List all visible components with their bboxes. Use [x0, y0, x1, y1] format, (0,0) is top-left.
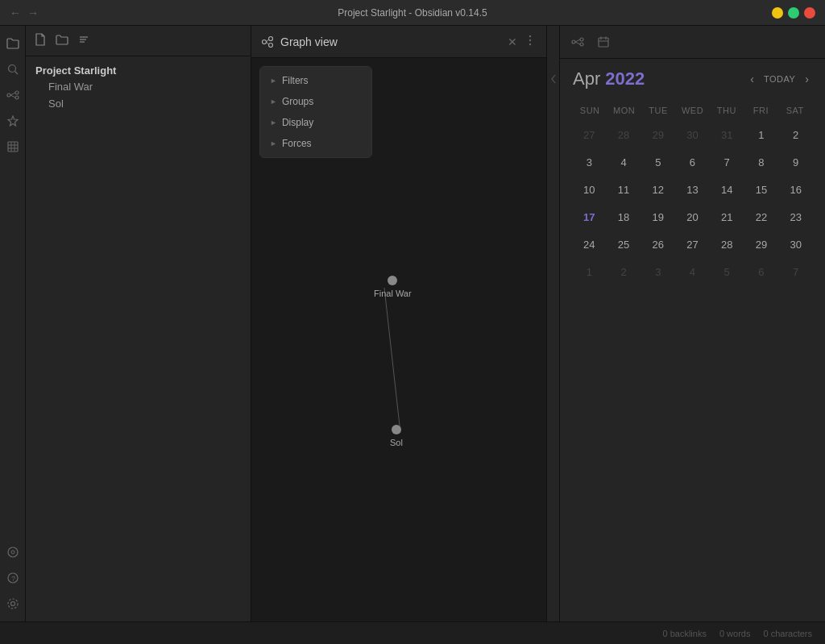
calendar-day[interactable]: 13 — [679, 177, 705, 202]
ribbon-star-icon[interactable] — [2, 110, 24, 132]
forward-arrow[interactable]: → — [27, 6, 39, 19]
back-arrow[interactable]: ← — [10, 6, 21, 19]
calendar-day[interactable]: 5 — [714, 259, 740, 285]
calendar-day[interactable]: 30 — [783, 231, 809, 257]
calendar-day[interactable]: 11 — [611, 177, 636, 202]
calendar-day[interactable]: 22 — [748, 204, 774, 230]
display-triangle: ► — [270, 118, 277, 127]
right-panel-graph-icon[interactable] — [566, 31, 589, 53]
svg-line-1 — [15, 72, 18, 75]
calendar-weekdays: SUN MON TUE WED THU FRI SAT — [573, 102, 812, 118]
calendar-day[interactable]: 14 — [714, 177, 740, 202]
new-folder-icon[interactable] — [53, 32, 71, 50]
calendar-day[interactable]: 1 — [576, 259, 602, 285]
calendar-day[interactable]: 31 — [714, 122, 740, 147]
file-tree-item[interactable]: Sol — [26, 95, 251, 112]
display-control[interactable]: ► Display — [260, 112, 371, 133]
filters-label: Filters — [282, 75, 309, 86]
calendar-day[interactable]: 29 — [748, 231, 774, 257]
calendar-day[interactable]: 1 — [748, 122, 774, 147]
calendar-day[interactable]: 2 — [783, 122, 809, 147]
graph-node-sol[interactable]: Sol — [390, 425, 403, 447]
minimize-button[interactable]: – — [772, 7, 783, 19]
expand-icon — [550, 74, 557, 84]
ribbon: ? — [0, 26, 26, 621]
new-file-icon[interactable] — [32, 31, 48, 51]
calendar-month: Apr — [573, 69, 600, 89]
ribbon-search-icon[interactable] — [2, 58, 24, 81]
status-bar: 0 backlinks 0 words 0 characters — [0, 621, 825, 644]
calendar-day[interactable]: 26 — [645, 231, 671, 257]
groups-triangle: ► — [270, 98, 277, 106]
file-tree-root: Project Starlight — [26, 63, 251, 78]
groups-control[interactable]: ► Groups — [260, 91, 371, 112]
calendar-day[interactable]: 16 — [783, 177, 809, 202]
svg-point-0 — [8, 65, 15, 73]
calendar-day[interactable]: 2 — [611, 259, 636, 285]
graph-node-finalwar[interactable]: Final War — [374, 276, 412, 298]
svg-point-28 — [529, 39, 531, 41]
calendar-prev-btn[interactable]: ‹ — [747, 71, 757, 87]
filters-triangle: ► — [270, 77, 277, 85]
calendar-day[interactable]: 9 — [783, 149, 809, 175]
calendar-day[interactable]: 6 — [679, 149, 705, 175]
calendar-day[interactable]: 3 — [645, 259, 671, 285]
calendar-day[interactable]: 10 — [576, 177, 602, 202]
calendar-day[interactable]: 4 — [679, 259, 705, 285]
calendar-day[interactable]: 21 — [714, 204, 740, 230]
calendar-day[interactable]: 3 — [576, 149, 602, 175]
calendar-day[interactable]: 25 — [611, 231, 636, 257]
file-tree: Project Starlight Final War Sol — [26, 56, 251, 621]
close-button[interactable]: × — [804, 7, 815, 19]
svg-point-3 — [15, 91, 19, 94]
calendar-day[interactable]: 6 — [748, 259, 774, 285]
calendar-day[interactable]: 15 — [748, 177, 774, 202]
ribbon-table-icon[interactable] — [2, 135, 24, 158]
calendar-day[interactable]: 29 — [645, 122, 671, 147]
backlinks-status: 0 backlinks — [663, 629, 707, 638]
calendar-day[interactable]: 12 — [645, 177, 671, 202]
ribbon-settings-icon[interactable] — [2, 592, 24, 615]
forces-control[interactable]: ► Forces — [260, 133, 371, 154]
right-panel-calendar-icon[interactable] — [592, 31, 615, 53]
calendar-day[interactable]: 28 — [714, 231, 740, 257]
calendar-day[interactable]: 27 — [679, 231, 705, 257]
calendar-day[interactable]: 28 — [611, 122, 636, 147]
calendar-day[interactable]: 19 — [645, 204, 671, 230]
svg-line-35 — [575, 42, 580, 44]
file-tree-item[interactable]: Final War — [26, 78, 251, 95]
ribbon-graph-icon[interactable] — [2, 84, 24, 106]
node-circle — [388, 276, 397, 285]
calendar-day[interactable]: 27 — [576, 122, 602, 147]
ribbon-publish-icon[interactable] — [2, 541, 24, 563]
svg-point-27 — [529, 35, 531, 37]
calendar-day[interactable]: 24 — [576, 231, 602, 257]
sort-icon[interactable] — [76, 31, 92, 50]
graph-close-button[interactable]: ✕ — [508, 35, 517, 48]
ribbon-folder-icon[interactable] — [2, 32, 24, 55]
calendar-day[interactable]: 5 — [645, 149, 671, 175]
calendar-next-btn[interactable]: › — [802, 71, 812, 87]
calendar-day[interactable]: 20 — [679, 204, 705, 230]
calendar-day[interactable]: 17 — [576, 204, 602, 230]
left-panel-toolbar — [26, 26, 251, 56]
calendar-day[interactable]: 18 — [611, 204, 636, 230]
weekday-sun: SUN — [573, 102, 607, 118]
calendar-nav: ‹ TODAY › — [747, 71, 812, 87]
filters-control[interactable]: ► Filters — [260, 70, 371, 91]
graph-more-button[interactable] — [524, 34, 537, 49]
calendar-day[interactable]: 8 — [748, 149, 774, 175]
calendar-day[interactable]: 7 — [783, 259, 809, 285]
calendar-day[interactable]: 30 — [679, 122, 705, 147]
maximize-button[interactable]: □ — [788, 7, 799, 19]
title-bar: ← → Project Starlight - Obsidian v0.14.5… — [0, 0, 825, 26]
right-panel-toggle[interactable] — [546, 26, 559, 621]
calendar-day[interactable]: 7 — [714, 149, 740, 175]
graph-header: Graph view ✕ — [251, 26, 546, 58]
calendar-day[interactable]: 23 — [783, 204, 809, 230]
ribbon-help-icon[interactable]: ? — [2, 567, 24, 589]
svg-point-29 — [529, 44, 531, 45]
calendar-day[interactable]: 4 — [611, 149, 636, 175]
weekday-sat: SAT — [778, 102, 812, 118]
calendar-today-btn[interactable]: TODAY — [764, 74, 795, 84]
